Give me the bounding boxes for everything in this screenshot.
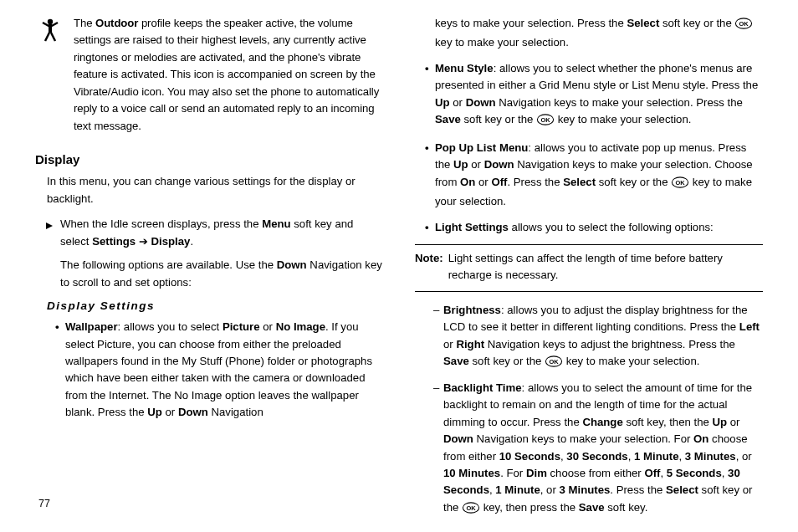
step-line-2: The following options are available. Use… [60, 257, 383, 291]
ok-key-icon [734, 18, 753, 34]
wallpaper-bullet: Wallpaper: allows you to select Picture … [65, 319, 383, 422]
outdoor-person-icon [35, 15, 64, 135]
svg-line-6 [45, 33, 49, 41]
backlight-sub-bullet: Backlight Time: allows you to select the… [443, 380, 763, 519]
caret-icon [45, 218, 54, 235]
ok-key-icon [462, 502, 480, 519]
left-column: The Outdoor profile keeps the speaker ac… [35, 15, 383, 483]
brightness-sub-bullet: Brightness: allows you to adjust the dis… [443, 302, 763, 373]
display-heading: Display [35, 150, 383, 169]
light-settings-bullet: Light Settings allows you to select the … [435, 219, 763, 236]
svg-point-2 [48, 19, 53, 24]
note-block: Note: Light settings can affect the leng… [415, 244, 763, 292]
right-column: keys to make your selection. Press the S… [415, 15, 763, 483]
note-text: Light settings can affect the length of … [448, 250, 763, 284]
ok-key-icon [545, 356, 563, 372]
outdoor-text: The Outdoor profile keeps the speaker ac… [74, 15, 383, 135]
menu-style-bullet: Menu Style: allows you to select whether… [435, 60, 763, 131]
step-block: When the Idle screen displays, press the… [60, 216, 383, 291]
display-settings-subheading: Display Settings [47, 298, 383, 315]
ok-key-icon [671, 176, 689, 193]
popup-list-bullet: Pop Up List Menu: allows you to activate… [435, 140, 763, 211]
ok-key-icon [536, 114, 555, 130]
svg-line-7 [51, 33, 55, 41]
outdoor-profile-block: The Outdoor profile keeps the speaker ac… [35, 15, 383, 135]
wallpaper-continuation: keys to make your selection. Press the S… [435, 15, 763, 52]
step-line-1: When the Idle screen displays, press the… [60, 216, 383, 250]
note-label: Note: [415, 250, 443, 284]
svg-marker-8 [46, 223, 53, 229]
display-intro: In this menu, you can change various set… [47, 173, 383, 207]
page-number: 77 [38, 496, 50, 512]
